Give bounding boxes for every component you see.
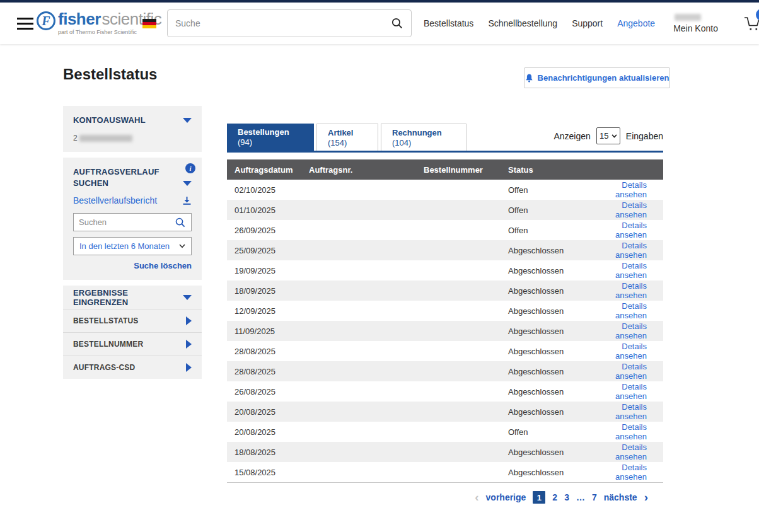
details-link[interactable]: Details ansehen [615,442,647,461]
order-history-title-line2: SUCHEN [73,178,108,188]
order-date-cell: 11/09/2025 [227,327,309,336]
details-link[interactable]: Details ansehen [615,463,647,482]
show-label: Anzeigen [553,131,590,141]
next-page-link[interactable]: nächste [604,492,637,502]
filter-auftrags-csd[interactable]: AUFTRAGS-CSD [63,356,202,379]
order-status-cell: Abgeschlossen [508,468,597,477]
details-link[interactable]: Details ansehen [615,402,647,421]
order-status-cell: Abgeschlossen [508,407,597,417]
hamburger-menu-icon[interactable] [17,18,33,30]
page-link[interactable]: 2 [552,492,557,502]
nav-schnellbestellung[interactable]: Schnellbestellung [488,18,557,28]
header-search [167,9,412,37]
order-date-cell: 19/09/2025 [227,266,309,275]
order-date-cell: 12/09/2025 [227,306,309,316]
filter-bestellstatus[interactable]: BESTELLSTATUS [63,309,202,332]
account-selection-header[interactable]: KONTOAUSWAHL [73,115,192,125]
order-status-cell: Offen [508,226,597,235]
order-date-cell: 18/08/2025 [227,448,309,457]
table-row: 02/10/2025OffenDetails ansehen [227,180,663,200]
details-link[interactable]: Details ansehen [615,362,647,381]
order-history-report-link[interactable]: Bestellverlaufsbericht [73,195,157,205]
german-flag-icon[interactable] [142,19,156,28]
search-input[interactable] [175,18,391,28]
prev-page-link[interactable]: vorherige [486,492,526,502]
details-link[interactable]: Details ansehen [615,422,647,441]
refine-results-title: ERGEBNISSE EINGRENZEN [73,288,183,307]
details-link[interactable]: Details ansehen [615,221,647,240]
order-status-cell: Abgeschlossen [508,286,597,296]
table-row: 28/08/2025AbgeschlossenDetails ansehen [227,341,663,361]
page-size-select[interactable]: 15 [596,127,620,144]
search-icon[interactable] [175,217,186,228]
redacted-account-name [675,14,701,21]
order-status-cell: Offen [508,427,597,437]
table-row: 11/09/2025AbgeschlossenDetails ansehen [227,321,663,341]
col-bestellnummer: Bestellnummer [424,165,508,175]
refine-results-header[interactable]: ERGEBNISSE EINGRENZEN [63,286,202,309]
chevron-right-icon [186,363,192,372]
table-row: 26/09/2025OffenDetails ansehen [227,220,663,240]
order-status-cell: Abgeschlossen [508,387,597,396]
tab-rechnungen[interactable]: Rechnungen (104) [381,124,466,151]
table-row: 15/08/2025AbgeschlossenDetails ansehen [227,462,663,482]
table-row: 12/09/2025AbgeschlossenDetails ansehen [227,301,663,321]
nav-bestellstatus[interactable]: Bestellstatus [424,18,473,28]
order-status-cell: Abgeschlossen [508,347,597,356]
page-link[interactable]: 3 [564,492,569,502]
nav-support[interactable]: Support [572,18,603,28]
tab-artikel[interactable]: Artikel (154) [316,124,378,151]
col-status: Status [508,165,597,175]
prev-page-icon[interactable]: ‹ [475,493,478,502]
table-row: 18/08/2025AbgeschlossenDetails ansehen [227,442,663,462]
details-link[interactable]: Details ansehen [615,382,647,401]
account-selection-title: KONTOAUSWAHL [73,115,146,125]
filter-bestellnummer[interactable]: BESTELLNUMMER [63,332,202,356]
account-menu[interactable]: Mein Konto [673,14,718,33]
sidebar: KONTOAUSWAHL 2 i AUFTRAGSVERLAUF SUCHEN … [63,106,202,385]
details-link[interactable]: Details ansehen [615,241,647,260]
details-link[interactable]: Details ansehen [615,281,647,300]
order-date-cell: 18/09/2025 [227,286,309,296]
page-title: Bestellstatus [63,66,157,83]
pagination: ‹ vorherige 123…7 nächste › [227,491,663,504]
next-page-icon[interactable]: › [644,493,648,502]
date-range-select[interactable]: In den letzten 6 Monaten [73,237,192,255]
logo-tagline: part of Thermo Fisher Scientific [58,29,161,35]
download-icon[interactable] [182,196,192,205]
order-history-search-panel: i AUFTRAGSVERLAUF SUCHEN Bestellverlaufs… [63,158,202,280]
details-link[interactable]: Details ansehen [615,200,647,219]
details-link[interactable]: Details ansehen [615,321,647,340]
order-date-cell: 02/10/2025 [227,185,309,195]
cart-button[interactable]: 1 [743,14,759,32]
order-history-header[interactable]: SUCHEN [73,178,192,188]
table-row: 26/08/2025AbgeschlossenDetails ansehen [227,381,663,402]
clear-search-link[interactable]: Suche löschen [73,261,192,270]
order-status-cell: Abgeschlossen [508,246,597,255]
table-row: 25/09/2025AbgeschlossenDetails ansehen [227,240,663,260]
order-status-cell: Abgeschlossen [508,266,597,275]
table-header-row: Auftragsdatum Auftragsnr. Bestellnummer … [227,159,663,180]
chevron-right-icon [186,316,192,325]
mein-konto-label: Mein Konto [673,23,718,33]
order-date-cell: 26/08/2025 [227,387,309,396]
details-link[interactable]: Details ansehen [615,261,647,280]
nav-angebote[interactable]: Angebote [617,18,655,28]
search-icon[interactable] [391,17,403,30]
order-date-cell: 20/08/2025 [227,407,309,417]
page-link[interactable]: 7 [592,492,597,502]
main-content: Bestellungen (94) Artikel (154) Rechnung… [227,124,663,504]
page-ellipsis: … [576,492,585,502]
col-auftragsnr: Auftragsnr. [309,165,424,175]
update-notifications-button[interactable]: Benachrichtigungen aktualisieren [524,67,670,88]
details-link[interactable]: Details ansehen [615,301,647,320]
account-selection-panel: KONTOAUSWAHL 2 [63,106,202,152]
tab-bestellungen[interactable]: Bestellungen (94) [227,124,314,151]
logo-monogram-icon: F [37,11,55,30]
info-icon[interactable]: i [185,163,195,173]
sidebar-search-input[interactable] [79,217,175,227]
orders-table: Auftragsdatum Auftragsnr. Bestellnummer … [227,159,663,483]
details-link[interactable]: Details ansehen [615,342,647,361]
page-size-control: Anzeigen 15 Eingaben [553,127,663,144]
details-link[interactable]: Details ansehen [615,180,647,199]
